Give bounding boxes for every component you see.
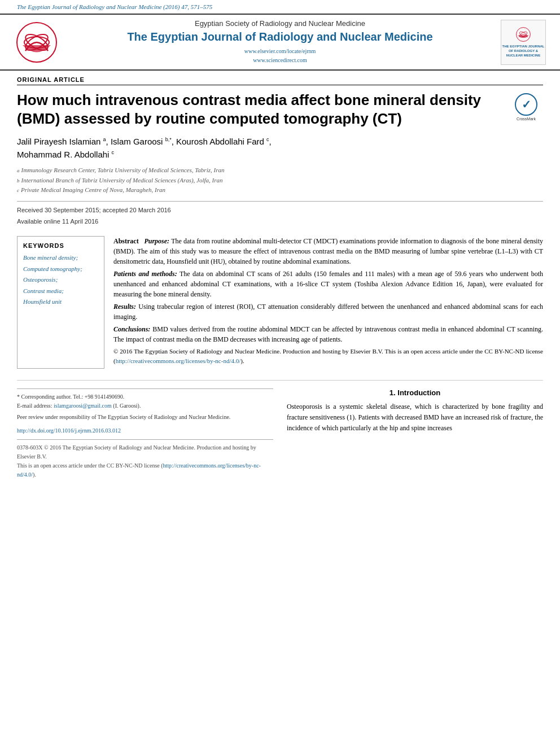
license-link[interactable]: http://creativecommons.org/licenses/by-n…: [116, 357, 241, 364]
left-logo-icon: [14, 20, 59, 65]
top-journal-link: The Egyptian Journal of Radiology and Nu…: [0, 0, 560, 14]
results-label: Results:: [113, 303, 136, 311]
doi-link[interactable]: http://dx.doi.org/10.1016/j.ejrnm.2016.0…: [17, 427, 121, 434]
article-type: ORIGINAL ARTICLE: [17, 76, 543, 85]
abstract-section: KEYWORDS Bone mineral density; Computed …: [17, 236, 543, 369]
right-logo-title: THE EGYPTIAN JOURNAL OF RADIOLOGY & NUCL…: [501, 45, 545, 58]
purpose-label: Purpose:: [144, 237, 169, 245]
abstract-title-label: Abstract: [113, 237, 139, 245]
right-logo-icon: [515, 26, 532, 43]
keyword-3: Osteoporosis;: [23, 276, 98, 284]
authors-section: Jalil Pirayesh Islamian a, Islam Garoosi…: [17, 136, 543, 161]
available-date: Available online 11 April 2016: [17, 216, 543, 228]
patients-label: Patients and methods:: [113, 270, 177, 278]
right-column: 1. Introduction Osteoporosis is a system…: [287, 388, 543, 479]
journal-header: Egyptian Society of Radiology and Nuclea…: [0, 14, 560, 71]
email-name: (I. Garoosi).: [113, 403, 141, 409]
email-link[interactable]: islamgaroosi@gmail.com: [54, 403, 112, 409]
header-center: Egyptian Society of Radiology and Nuclea…: [68, 19, 492, 65]
logo-left: [11, 19, 62, 65]
main-content: ORIGINAL ARTICLE How much intravenous co…: [0, 71, 560, 491]
logo-right: THE EGYPTIAN JOURNAL OF RADIOLOGY & NUCL…: [498, 19, 549, 65]
website2: www.sciencedirect.com: [244, 56, 316, 65]
crossmark-icon: ✓: [515, 93, 537, 116]
affil-c: c Private Medical Imaging Centre of Nova…: [17, 185, 543, 195]
doi-line: http://dx.doi.org/10.1016/j.ejrnm.2016.0…: [17, 427, 273, 434]
keyword-5: Hounsfield unit: [23, 298, 98, 306]
email-line: E-mail address: islamgaroosi@gmail.com (…: [17, 401, 273, 410]
keyword-4: Contrast media;: [23, 287, 98, 295]
bottom-line1: 0378-603X © 2016 The Egyptian Society of…: [17, 443, 273, 461]
received-date: Received 30 September 2015; accepted 20 …: [17, 205, 543, 216]
journal-name: The Egyptian Journal of Radiology and Nu…: [127, 30, 432, 43]
title-section: How much intravenous contrast media affe…: [17, 91, 543, 128]
abstract-body: Abstract Purpose: The data from routine …: [113, 236, 543, 365]
bottom-bar: 0378-603X © 2016 The Egyptian Society of…: [17, 439, 273, 479]
conclusions-label: Conclusions:: [113, 325, 150, 333]
affil-a: a Immunology Research Center, Tabriz Uni…: [17, 165, 543, 176]
header-links: www.elsevier.com/locate/ejrnm www.scienc…: [244, 47, 316, 65]
conclusions-text: BMD values derived from the routine abdo…: [113, 325, 543, 343]
affil-b: b International Branch of Tabriz Univers…: [17, 176, 543, 186]
intro-text: Osteoporosis is a systemic skeletal dise…: [287, 401, 543, 433]
affiliations: a Immunology Research Center, Tabriz Uni…: [17, 165, 543, 195]
email-label: E-mail address:: [17, 403, 52, 409]
author-fard: Kourosh Abdollahi Fard c: [176, 137, 269, 146]
corresponding-note: * Corresponding author. Tel.: +98 914149…: [17, 392, 273, 401]
society-name: Egyptian Society of Radiology and Nuclea…: [195, 19, 365, 28]
keywords-column: KEYWORDS Bone mineral density; Computed …: [17, 236, 104, 369]
purpose-text: The data from routine abdominal multi-de…: [113, 237, 543, 265]
right-logo-box: THE EGYPTIAN JOURNAL OF RADIOLOGY & NUCL…: [501, 20, 546, 65]
intro-heading: 1. Introduction: [287, 388, 543, 397]
author-garoosi: Islam Garoosi b,*: [111, 137, 172, 146]
bottom-line2: This is an open access article under the…: [17, 461, 273, 479]
results-text: Using trabecular region of interest (ROI…: [113, 303, 543, 321]
footnotes: * Corresponding author. Tel.: +98 914149…: [17, 388, 273, 422]
keywords-title: KEYWORDS: [23, 242, 98, 249]
article-dates: Received 30 September 2015; accepted 20 …: [17, 201, 543, 228]
abstract-column: Abstract Purpose: The data from routine …: [113, 236, 543, 369]
website1: www.elsevier.com/locate/ejrnm: [244, 47, 316, 56]
section-divider: [17, 380, 543, 381]
abstract-license: © 2016 The Egyptian Society of Radiology…: [113, 347, 543, 365]
author-abdollahi: Mohammad R. Abdollahi c: [17, 150, 114, 159]
crossmark-label: CrossMark: [517, 117, 536, 121]
patients-text: The data on abdominal CT scans of 261 ad…: [113, 270, 543, 298]
article-title: How much intravenous contrast media affe…: [17, 91, 504, 128]
two-col-section: * Corresponding author. Tel.: +98 914149…: [17, 388, 543, 479]
bottom-license-link[interactable]: http://creativecommons.org/licenses/by-n…: [17, 462, 261, 478]
keyword-2: Computed tomography;: [23, 265, 98, 273]
peer-review-note: Peer review under responsibility of The …: [17, 413, 273, 422]
author-islamian: Jalil Pirayesh Islamian a: [17, 137, 106, 146]
keyword-1: Bone mineral density;: [23, 254, 98, 262]
crossmark-badge: ✓ CrossMark: [509, 93, 543, 121]
left-column: * Corresponding author. Tel.: +98 914149…: [17, 388, 273, 479]
